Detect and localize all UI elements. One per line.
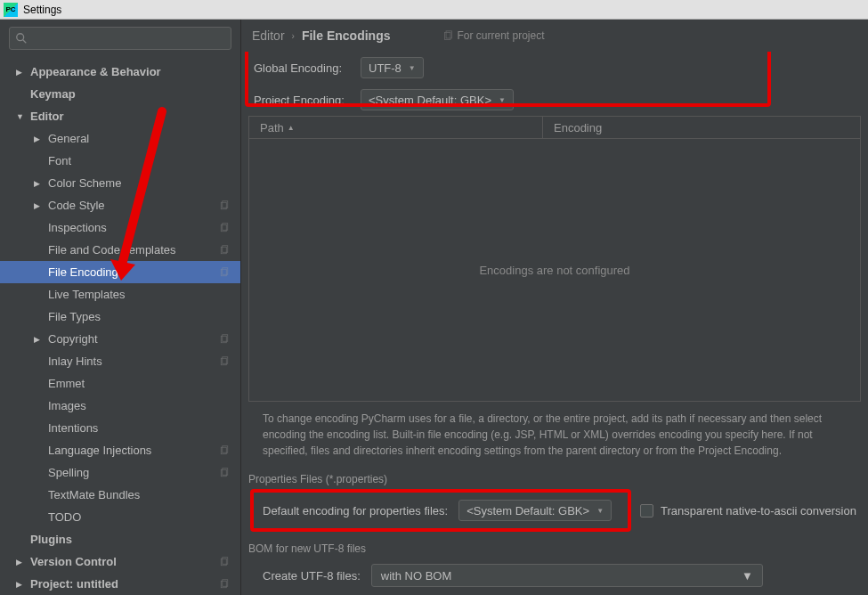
- settings-sidebar: ▶Appearance & Behavior▶Keymap▼Editor▶Gen…: [0, 20, 241, 595]
- tree-item-version-control[interactable]: ▶Version Control: [0, 550, 240, 573]
- bom-section-title: BOM for new UTF-8 files: [241, 537, 868, 560]
- tree-item-label: Color Scheme: [48, 176, 240, 190]
- encoding-column-header[interactable]: Encoding: [543, 117, 612, 138]
- chevron-down-icon: ▼: [596, 507, 604, 515]
- tree-item-appearance-behavior[interactable]: ▶Appearance & Behavior: [0, 61, 240, 83]
- default-props-encoding-dropdown[interactable]: <System Default: GBK> ▼: [458, 500, 612, 521]
- tree-item-label: Code Style: [48, 199, 219, 212]
- project-encoding-label: Project Encoding:: [254, 94, 352, 107]
- global-encoding-dropdown[interactable]: UTF-8 ▼: [361, 57, 424, 78]
- tree-item-label: File and Code Templates: [48, 243, 219, 257]
- chevron-down-icon: ▼: [742, 569, 753, 583]
- create-utf8-dropdown[interactable]: with NO BOM ▼: [371, 564, 763, 587]
- tree-item-label: Project: untitled: [30, 577, 219, 591]
- project-encoding-dropdown[interactable]: <System Default: GBK> ▼: [361, 89, 514, 110]
- tree-item-label: Inlay Hints: [48, 355, 219, 368]
- encoding-help-text: To change encoding PyCharm uses for a fi…: [241, 402, 868, 468]
- project-scope-icon: [219, 356, 230, 367]
- path-column-header[interactable]: Path ▲: [249, 117, 543, 138]
- tree-item-keymap[interactable]: ▶Keymap: [0, 83, 240, 105]
- window-titlebar: PC Settings: [0, 0, 868, 20]
- tree-item-language-injections[interactable]: ▶Language Injections: [0, 439, 240, 461]
- tree-item-color-scheme[interactable]: ▶Color Scheme: [0, 172, 240, 194]
- chevron-right-icon: ▶: [34, 134, 45, 143]
- tree-item-textmate-bundles[interactable]: ▶TextMate Bundles: [0, 484, 240, 506]
- settings-tree: ▶Appearance & Behavior▶Keymap▼Editor▶Gen…: [0, 57, 240, 595]
- svg-point-0: [17, 34, 24, 41]
- encoding-table-header: Path ▲ Encoding: [248, 116, 861, 139]
- tree-item-editor[interactable]: ▼Editor: [0, 105, 240, 127]
- tree-item-label: Intentions: [48, 421, 240, 435]
- tree-item-label: File Types: [48, 310, 240, 323]
- tree-item-file-encodings[interactable]: ▶File Encodings: [0, 261, 240, 283]
- tree-item-plugins[interactable]: ▶Plugins: [0, 528, 240, 550]
- tree-item-label: Spelling: [48, 466, 219, 479]
- tree-item-project-untitled[interactable]: ▶Project: untitled: [0, 573, 240, 595]
- chevron-right-icon: ▶: [34, 201, 45, 210]
- default-props-encoding-label: Default encoding for properties files:: [263, 504, 448, 518]
- chevron-down-icon: ▼: [499, 96, 506, 104]
- chevron-down-icon: ▼: [16, 112, 27, 121]
- encoding-table-body[interactable]: Encodings are not configured: [248, 139, 861, 402]
- project-scope-icon: [219, 267, 230, 278]
- window-title: Settings: [23, 4, 61, 16]
- project-scope-icon: [219, 557, 230, 567]
- chevron-right-icon: ▶: [34, 335, 45, 344]
- svg-line-1: [23, 40, 27, 44]
- search-icon: [15, 32, 28, 45]
- chevron-right-icon: ▶: [16, 580, 27, 589]
- project-scope-icon: [219, 245, 230, 256]
- project-scope-icon: [219, 334, 230, 345]
- tree-item-label: File Encodings: [48, 265, 219, 279]
- search-input[interactable]: [9, 27, 231, 50]
- breadcrumb-parent[interactable]: Editor: [252, 29, 285, 43]
- empty-table-message: Encodings are not configured: [479, 264, 629, 277]
- tree-item-label: Inspections: [48, 221, 219, 234]
- main-panel: Editor › File Encodings For current proj…: [241, 20, 868, 595]
- global-encoding-label: Global Encoding:: [254, 61, 352, 75]
- tree-item-todo[interactable]: ▶TODO: [0, 506, 240, 528]
- chevron-down-icon: ▼: [409, 64, 416, 72]
- bom-note: PyCharm will NOT add UTF-8 BOM to every …: [241, 591, 868, 595]
- tree-item-label: Language Injections: [48, 444, 219, 457]
- tree-item-label: Copyright: [48, 332, 219, 346]
- tree-item-file-and-code-templates[interactable]: ▶File and Code Templates: [0, 239, 240, 261]
- tree-item-label: Plugins: [30, 533, 240, 546]
- tree-item-copyright[interactable]: ▶Copyright: [0, 328, 240, 350]
- pycharm-icon: PC: [4, 3, 18, 17]
- tree-item-font[interactable]: ▶Font: [0, 150, 240, 172]
- properties-section-title: Properties Files (*.properties): [241, 468, 868, 491]
- project-scope-icon: [219, 445, 230, 456]
- tree-item-live-templates[interactable]: ▶Live Templates: [0, 283, 240, 306]
- tree-item-label: Version Control: [30, 555, 219, 568]
- tree-item-emmet[interactable]: ▶Emmet: [0, 372, 240, 395]
- project-scope-icon: [219, 223, 230, 233]
- tree-item-images[interactable]: ▶Images: [0, 395, 240, 417]
- tree-item-label: Images: [48, 399, 240, 412]
- project-scope-icon: [219, 579, 230, 590]
- tree-item-inspections[interactable]: ▶Inspections: [0, 216, 240, 239]
- tree-item-label: Live Templates: [48, 288, 240, 301]
- tree-item-label: TextMate Bundles: [48, 488, 240, 501]
- project-scope-icon: [219, 200, 230, 211]
- chevron-right-icon: ▶: [16, 558, 27, 566]
- tree-item-inlay-hints[interactable]: ▶Inlay Hints: [0, 350, 240, 372]
- tree-item-label: TODO: [48, 510, 240, 524]
- create-utf8-label: Create UTF-8 files:: [263, 569, 361, 583]
- tree-item-label: Font: [48, 154, 240, 167]
- chevron-right-icon: ›: [292, 31, 295, 41]
- tree-item-code-style[interactable]: ▶Code Style: [0, 194, 240, 216]
- transparent-conversion-checkbox[interactable]: [640, 504, 653, 518]
- chevron-right-icon: ▶: [16, 68, 27, 77]
- chevron-right-icon: ▶: [34, 179, 45, 188]
- transparent-conversion-label: Transparent native-to-ascii conversion: [661, 504, 856, 518]
- tree-item-general[interactable]: ▶General: [0, 127, 240, 150]
- tree-item-file-types[interactable]: ▶File Types: [0, 306, 240, 328]
- copy-icon: [442, 30, 454, 42]
- tree-item-spelling[interactable]: ▶Spelling: [0, 461, 240, 484]
- tree-item-label: Keymap: [30, 87, 240, 101]
- tree-item-intentions[interactable]: ▶Intentions: [0, 417, 240, 439]
- for-current-project-badge: For current project: [442, 29, 545, 42]
- breadcrumb-current: File Encodings: [302, 29, 391, 43]
- project-scope-icon: [219, 468, 230, 478]
